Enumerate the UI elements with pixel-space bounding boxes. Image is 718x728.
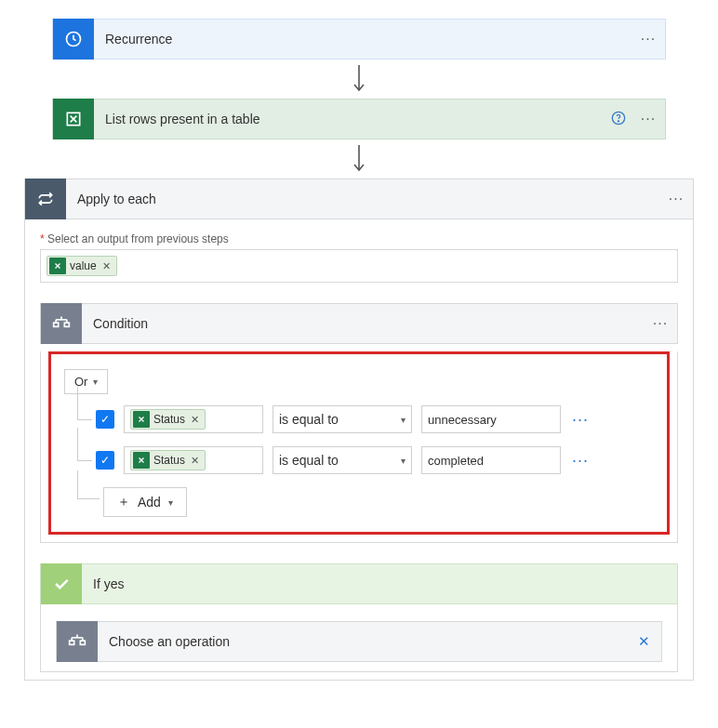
excel-icon (53, 99, 94, 139)
logic-selector[interactable]: Or ▾ (64, 369, 108, 394)
if-yes-body: Choose an operation ✕ (40, 604, 678, 672)
row-menu[interactable]: ··· (570, 451, 591, 470)
condition-row: ✓ Status ✕ is equal to ▾ (72, 405, 654, 433)
value-pill[interactable]: value ✕ (47, 256, 117, 276)
apply-menu[interactable]: ··· (659, 191, 693, 207)
svg-rect-7 (80, 641, 85, 644)
close-icon[interactable]: ✕ (638, 633, 661, 650)
condition-row: ✓ Status ✕ is equal to ▾ (72, 446, 654, 474)
excel-mini-icon (133, 411, 150, 428)
row-checkbox[interactable]: ✓ (96, 451, 114, 470)
if-yes-title: If yes (82, 576, 677, 591)
loop-icon (25, 179, 66, 219)
operator-select[interactable]: is equal to ▾ (273, 405, 412, 433)
list-rows-title: List rows present in a table (94, 112, 605, 126)
row-menu[interactable]: ··· (570, 410, 591, 430)
choose-operation-card[interactable]: Choose an operation ✕ (56, 621, 662, 662)
clock-icon (53, 19, 94, 60)
recurrence-title: Recurrence (94, 32, 632, 46)
if-yes-card[interactable]: If yes (40, 563, 678, 604)
remove-pill-icon[interactable]: ✕ (191, 414, 205, 426)
chevron-down-icon: ▾ (401, 456, 406, 466)
value-input[interactable] (421, 446, 561, 474)
output-label: * Select an output from previous steps (40, 232, 678, 245)
add-condition-button[interactable]: ＋ Add ▾ (103, 487, 187, 517)
svg-point-3 (618, 120, 618, 121)
condition-card[interactable]: Condition ··· (40, 303, 678, 344)
svg-rect-6 (70, 641, 74, 644)
excel-mini-icon (133, 452, 150, 469)
apply-title: Apply to each (66, 192, 659, 206)
apply-body: * Select an output from previous steps v… (24, 219, 694, 681)
left-operand[interactable]: Status ✕ (124, 446, 263, 474)
excel-mini-icon (49, 258, 66, 274)
value-input[interactable] (421, 405, 561, 433)
recurrence-card[interactable]: Recurrence ··· (52, 19, 666, 60)
chevron-down-icon: ▾ (93, 377, 98, 387)
condition-highlight: Or ▾ ✓ Status ✕ (48, 351, 670, 535)
check-icon (41, 563, 82, 604)
remove-pill-icon[interactable]: ✕ (102, 260, 116, 272)
list-rows-card[interactable]: List rows present in a table ··· (52, 99, 666, 139)
row-checkbox[interactable]: ✓ (96, 410, 114, 429)
recurrence-menu[interactable]: ··· (632, 31, 665, 47)
choose-title: Choose an operation (98, 634, 638, 649)
condition-icon (57, 621, 98, 662)
apply-to-each-card[interactable]: Apply to each ··· (24, 179, 694, 219)
chevron-down-icon: ▾ (401, 415, 406, 425)
plus-icon: ＋ (117, 494, 130, 510)
remove-pill-icon[interactable]: ✕ (191, 455, 205, 467)
arrow-icon (22, 145, 696, 173)
condition-body: Or ▾ ✓ Status ✕ (40, 351, 678, 543)
status-pill[interactable]: Status ✕ (130, 450, 206, 470)
condition-title: Condition (82, 316, 644, 331)
help-icon[interactable] (605, 111, 632, 128)
status-pill[interactable]: Status ✕ (130, 409, 206, 430)
operator-select[interactable]: is equal to ▾ (273, 446, 412, 474)
chevron-down-icon: ▾ (168, 497, 173, 508)
svg-rect-4 (54, 323, 59, 326)
svg-rect-5 (64, 323, 69, 326)
condition-menu[interactable]: ··· (644, 315, 677, 332)
left-operand[interactable]: Status ✕ (124, 405, 263, 433)
arrow-icon (22, 65, 696, 93)
condition-icon (41, 303, 82, 344)
output-field[interactable]: value ✕ (40, 249, 678, 283)
list-rows-menu[interactable]: ··· (632, 111, 665, 127)
